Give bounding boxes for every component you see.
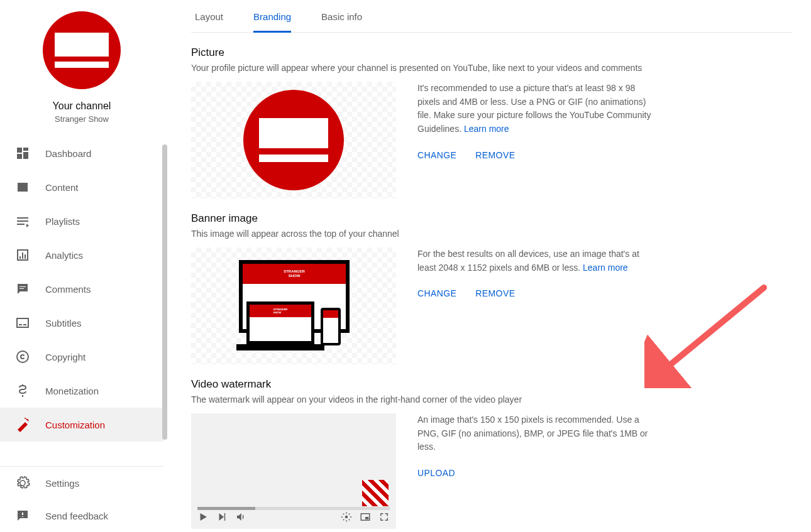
dashboard-icon — [15, 146, 30, 161]
banner-preview: STRANGERSHOW STRANGERSHOW — [191, 247, 396, 364]
svg-point-3 — [345, 516, 348, 519]
section-subtitle: Your profile picture will appear where y… — [191, 63, 792, 73]
channel-header: Your channel Stranger Show — [0, 6, 163, 136]
sidebar-item-comments[interactable]: Comments — [0, 272, 163, 306]
channel-name: Stranger Show — [55, 114, 109, 124]
sidebar-scrollbar[interactable] — [162, 144, 167, 440]
sidebar-item-copyright[interactable]: Copyright — [0, 340, 163, 374]
settings-icon[interactable] — [341, 511, 352, 525]
tabs: Layout Branding Basic info — [191, 0, 792, 33]
section-subtitle: This image will appear across the top of… — [191, 229, 792, 239]
monetization-icon — [15, 383, 30, 398]
sidebar-item-label: Customization — [45, 420, 105, 430]
sidebar-item-label: Comments — [45, 284, 91, 295]
learn-more-link[interactable]: Learn more — [464, 124, 509, 134]
sidebar-item-playlists[interactable]: Playlists — [0, 204, 163, 238]
sidebar-item-label: Dashboard — [45, 148, 91, 159]
sidebar-item-label: Settings — [45, 478, 79, 489]
section-title: Video watermark — [191, 378, 792, 391]
svg-rect-5 — [365, 517, 368, 519]
sidebar-item-label: Copyright — [45, 352, 86, 362]
volume-icon[interactable] — [235, 511, 246, 525]
watermark-recommendation: An image that's 150 x 150 pixels is reco… — [417, 413, 656, 454]
picture-recommendation: It's recommended to use a picture that's… — [417, 82, 656, 136]
section-title: Banner image — [191, 212, 792, 225]
sidebar-item-label: Content — [45, 182, 79, 193]
sidebar-item-content[interactable]: Content — [0, 170, 163, 204]
sidebar-item-label: Playlists — [45, 216, 80, 227]
play-icon[interactable] — [197, 511, 209, 525]
sidebar-item-feedback[interactable]: Send feedback — [0, 499, 163, 532]
copyright-icon — [15, 349, 30, 364]
learn-more-link[interactable]: Learn more — [583, 263, 628, 273]
your-channel-label: Your channel — [53, 100, 111, 112]
customization-icon — [15, 417, 30, 432]
remove-button[interactable]: REMOVE — [475, 288, 515, 298]
sidebar-item-monetization[interactable]: Monetization — [0, 374, 163, 408]
svg-point-2 — [25, 418, 26, 419]
section-banner: Banner image This image will appear acro… — [191, 198, 792, 364]
section-picture: Picture Your profile picture will appear… — [191, 33, 792, 198]
change-button[interactable]: CHANGE — [417, 150, 456, 160]
gear-icon — [15, 475, 30, 491]
sidebar: Your channel Stranger Show Dashboard Con… — [0, 0, 163, 532]
tab-branding[interactable]: Branding — [253, 0, 291, 32]
sidebar-item-label: Analytics — [45, 250, 83, 261]
subtitles-icon — [15, 315, 30, 330]
laptop-preview-icon: STRANGERSHOW — [246, 301, 314, 344]
sidebar-item-dashboard[interactable]: Dashboard — [0, 136, 163, 170]
sidebar-item-settings[interactable]: Settings — [0, 467, 163, 499]
section-watermark: Video watermark The watermark will appea… — [191, 364, 792, 529]
content-icon — [15, 180, 30, 195]
upload-button[interactable]: UPLOAD — [417, 468, 455, 478]
sidebar-item-label: Send feedback — [45, 511, 108, 521]
remove-button[interactable]: REMOVE — [475, 150, 515, 160]
miniplayer-icon[interactable] — [360, 511, 371, 525]
fullscreen-icon[interactable] — [378, 511, 390, 525]
tab-layout[interactable]: Layout — [195, 0, 223, 32]
profile-picture-preview-icon — [243, 90, 344, 190]
sidebar-item-customization[interactable]: Customization — [0, 408, 163, 442]
comments-icon — [15, 281, 30, 296]
playlists-icon — [15, 214, 30, 229]
section-title: Picture — [191, 46, 792, 59]
sidebar-item-label: Monetization — [45, 386, 99, 396]
channel-avatar[interactable] — [43, 11, 121, 89]
watermark-preview — [191, 413, 396, 529]
picture-preview — [191, 82, 396, 198]
svg-point-1 — [27, 419, 28, 420]
change-button[interactable]: CHANGE — [417, 288, 456, 298]
tab-basic-info[interactable]: Basic info — [321, 0, 362, 32]
feedback-icon — [15, 508, 30, 523]
phone-preview-icon — [321, 308, 341, 345]
analytics-icon — [15, 247, 30, 263]
next-icon[interactable] — [216, 511, 228, 525]
main-content: Layout Branding Basic info Picture Your … — [163, 0, 811, 532]
svg-point-0 — [17, 351, 28, 362]
sidebar-item-analytics[interactable]: Analytics — [0, 238, 163, 272]
section-subtitle: The watermark will appear on your videos… — [191, 394, 792, 404]
sidebar-item-subtitles[interactable]: Subtitles — [0, 306, 163, 340]
banner-recommendation: For the best results on all devices, use… — [417, 247, 656, 274]
sidebar-item-label: Subtitles — [45, 318, 82, 328]
watermark-sample-icon — [362, 480, 389, 506]
